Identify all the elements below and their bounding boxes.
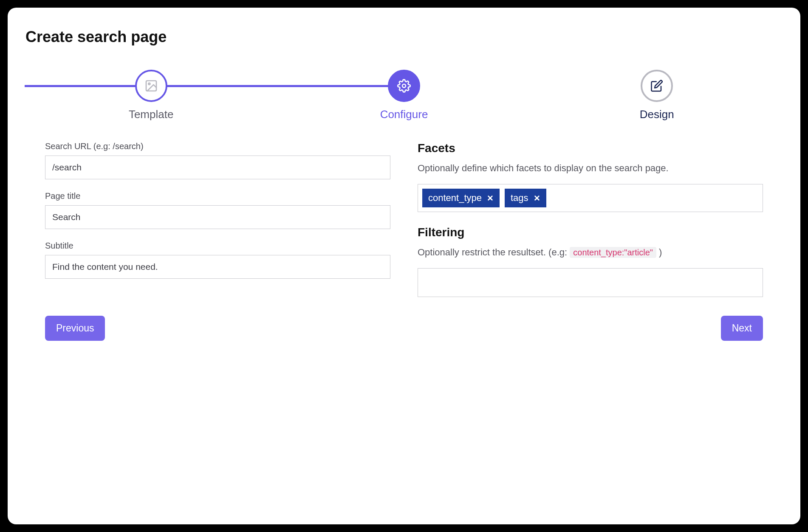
subtitle-input[interactable]	[45, 255, 390, 279]
step-design[interactable]: Design	[531, 70, 783, 121]
step-template-circle	[135, 70, 167, 102]
step-configure-label: Configure	[380, 108, 428, 121]
field-page-title: Page title	[45, 191, 390, 229]
page-title-input[interactable]	[45, 205, 390, 229]
svg-point-2	[402, 84, 406, 88]
facets-heading: Facets	[418, 141, 763, 155]
stepper-progress-line	[25, 85, 404, 87]
facet-tag: tags ✕	[505, 189, 546, 207]
search-url-label: Search URL (e.g: /search)	[45, 141, 390, 151]
step-configure[interactable]: Configure	[277, 70, 530, 121]
step-configure-circle	[388, 70, 420, 102]
wizard-window: Create search page Template	[8, 8, 800, 524]
image-icon	[144, 79, 158, 93]
filtering-heading: Filtering	[418, 226, 763, 239]
search-url-input[interactable]	[45, 156, 390, 179]
right-column: Facets Optionally define which facets to…	[418, 141, 763, 297]
step-template-label: Template	[129, 108, 174, 121]
facet-tag-label: tags	[511, 192, 528, 204]
gear-icon	[397, 79, 411, 93]
step-design-label: Design	[640, 108, 674, 121]
field-subtitle: Subtitle	[45, 241, 390, 279]
remove-tag-icon[interactable]: ✕	[487, 193, 494, 203]
filtering-input[interactable]	[418, 268, 763, 297]
step-design-circle	[641, 70, 673, 102]
subtitle-label: Subtitle	[45, 241, 390, 251]
wizard-footer: Previous Next	[25, 316, 783, 341]
facets-tag-input[interactable]: content_type ✕ tags ✕	[418, 184, 763, 212]
filtering-desc-prefix: Optionally restrict the resultset. (e.g:	[418, 247, 570, 258]
facet-tag-label: content_type	[428, 192, 482, 204]
remove-tag-icon[interactable]: ✕	[534, 193, 540, 203]
facet-tag: content_type ✕	[422, 189, 500, 207]
facets-description: Optionally define which facets to displa…	[418, 161, 763, 175]
next-button[interactable]: Next	[721, 316, 763, 341]
filtering-desc-suffix: )	[656, 247, 662, 258]
form-area: Search URL (e.g: /search) Page title Sub…	[25, 141, 783, 297]
svg-point-1	[148, 83, 150, 85]
filtering-desc-code: content_type:"article"	[570, 247, 656, 258]
left-column: Search URL (e.g: /search) Page title Sub…	[45, 141, 390, 297]
edit-icon	[650, 79, 663, 92]
page-title-label: Page title	[45, 191, 390, 201]
stepper: Template Configure	[25, 70, 783, 121]
previous-button[interactable]: Previous	[45, 316, 105, 341]
filtering-description: Optionally restrict the resultset. (e.g:…	[418, 245, 763, 260]
step-template[interactable]: Template	[25, 70, 277, 121]
field-search-url: Search URL (e.g: /search)	[45, 141, 390, 179]
page-title: Create search page	[25, 28, 783, 46]
